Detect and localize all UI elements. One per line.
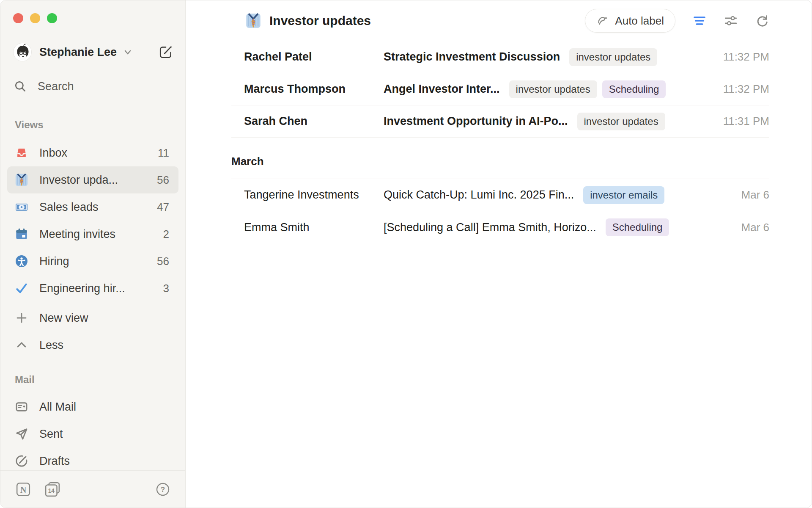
auto-label-wand-icon: [596, 14, 609, 27]
svg-text:N: N: [20, 485, 27, 494]
sidebar-item-label: Drafts: [39, 455, 70, 468]
svg-text:14: 14: [48, 488, 55, 494]
sidebar-item-label: All Mail: [39, 400, 76, 414]
email-sender: Sarah Chen: [244, 115, 384, 128]
email-subject: Investment Opportunity in AI-Po...: [384, 115, 568, 128]
email-time: 11:32 PM: [723, 50, 769, 64]
auto-label-button-label: Auto label: [615, 14, 664, 28]
sidebar-item-label: Sales leads: [39, 201, 99, 214]
email-row[interactable]: Sarah Chen Investment Opportunity in AI-…: [231, 105, 769, 138]
display-settings-sliders-icon[interactable]: [724, 14, 738, 28]
page-title: Investor updates: [269, 14, 371, 28]
chevron-up-icon: [14, 339, 29, 351]
sidebar: Stephanie Lee: [0, 0, 186, 508]
date-group-heading: March: [231, 144, 769, 179]
label-chip: Scheduling: [602, 80, 666, 98]
search-icon: [14, 80, 27, 93]
sidebar-item-count: 11: [158, 146, 169, 160]
app-window: Stephanie Lee: [0, 0, 812, 508]
email-sender: Rachel Patel: [244, 50, 384, 64]
zoom-window-button[interactable]: [47, 13, 57, 23]
auto-label-button[interactable]: Auto label: [585, 9, 675, 33]
less-button[interactable]: Less: [0, 331, 185, 359]
email-time: 11:32 PM: [723, 83, 769, 96]
checkmark-icon: [14, 282, 29, 295]
compose-button[interactable]: [157, 44, 174, 61]
sidebar-item-meeting-invites[interactable]: Meeting invites 2: [0, 221, 185, 248]
email-row[interactable]: Tangerine Investments Quick Catch-Up: Lu…: [231, 179, 769, 211]
views-list: Inbox 11 Investor upda... 56: [0, 139, 185, 359]
search-input[interactable]: Search: [14, 79, 174, 94]
mail-section-label: Mail: [15, 374, 185, 387]
main-panel: Investor updates Auto label: [186, 0, 812, 508]
chevron-down-icon: [123, 47, 133, 57]
account-switcher[interactable]: Stephanie Lee: [13, 42, 174, 62]
email-sender: Tangerine Investments: [244, 188, 384, 202]
sidebar-item-drafts[interactable]: Drafts: [0, 447, 185, 470]
profile-name: Stephanie Lee: [39, 46, 117, 59]
draft-pencil-icon: [14, 454, 29, 468]
sidebar-item-hiring[interactable]: Hiring 56: [0, 248, 185, 275]
new-view-button[interactable]: New view: [0, 304, 185, 331]
calendar-icon: [14, 227, 29, 241]
email-time: Mar 6: [741, 188, 769, 202]
sidebar-item-count: 2: [163, 228, 169, 241]
mail-list: All Mail Sent: [0, 393, 185, 470]
email-row[interactable]: Emma Smith [Scheduling a Call] Emma Smit…: [231, 211, 769, 243]
dollar-banknote-icon: [14, 200, 29, 214]
email-time: Mar 6: [741, 221, 769, 234]
sidebar-item-all-mail[interactable]: All Mail: [0, 393, 185, 420]
sidebar-item-count: 47: [157, 201, 169, 214]
label-chip: investor updates: [509, 80, 597, 98]
email-time: 11:31 PM: [723, 115, 769, 128]
views-section-label: Views: [15, 119, 185, 132]
inbox-tray-icon: [14, 146, 29, 160]
email-subject: Angel Investor Inter...: [384, 83, 500, 96]
sidebar-item-label: Hiring: [39, 255, 69, 268]
accessibility-icon: [14, 254, 29, 268]
sidebar-item-label: Engineering hir...: [39, 282, 125, 295]
email-list: Rachel Patel Strategic Investment Discus…: [186, 41, 812, 243]
sidebar-item-count: 56: [157, 255, 169, 268]
label-chip: Scheduling: [606, 218, 669, 236]
notion-calendar-icon[interactable]: 14: [44, 481, 60, 497]
svg-text:?: ?: [161, 486, 165, 494]
email-sender: Marcus Thompson: [244, 83, 384, 96]
email-subject: [Scheduling a Call] Emma Smith, Horizo..…: [384, 221, 596, 234]
sidebar-item-count: 3: [163, 282, 169, 295]
window-controls: [0, 0, 185, 23]
sidebar-item-investor-updates[interactable]: Investor upda... 56: [7, 166, 178, 193]
necktie-icon: [245, 12, 262, 29]
help-icon[interactable]: ?: [156, 482, 170, 497]
email-row[interactable]: Rachel Patel Strategic Investment Discus…: [231, 41, 769, 73]
view-header: Investor updates Auto label: [186, 0, 812, 41]
sidebar-item-label: Inbox: [39, 146, 67, 160]
necktie-icon: [14, 173, 29, 187]
plus-icon: [14, 312, 29, 324]
sidebar-item-label: Sent: [39, 428, 63, 441]
sidebar-item-sales-leads[interactable]: Sales leads 47: [0, 193, 185, 221]
label-chip: investor updates: [577, 113, 665, 130]
email-subject: Strategic Investment Discussion: [384, 50, 560, 64]
notion-app-icon[interactable]: N: [16, 482, 31, 497]
minimize-window-button[interactable]: [30, 13, 40, 23]
new-view-label: New view: [39, 312, 88, 325]
label-chip: investor emails: [583, 186, 664, 204]
sidebar-item-inbox[interactable]: Inbox 11: [0, 139, 185, 166]
sidebar-item-sent[interactable]: Sent: [0, 420, 185, 447]
search-label: Search: [38, 80, 74, 93]
email-row[interactable]: Marcus Thompson Angel Investor Inter... …: [231, 73, 769, 105]
sidebar-item-label: Investor upda...: [39, 174, 118, 187]
sidebar-item-count: 56: [157, 174, 169, 187]
email-subject: Quick Catch-Up: Lumi Inc. 2025 Fin...: [384, 188, 574, 202]
avatar: [13, 43, 32, 61]
sidebar-item-engineering-hiring[interactable]: Engineering hir... 3: [0, 275, 185, 302]
close-window-button[interactable]: [13, 13, 23, 23]
sidebar-footer: N 14 ?: [0, 470, 185, 508]
email-sender: Emma Smith: [244, 221, 384, 234]
send-icon: [14, 427, 29, 441]
refresh-icon[interactable]: [755, 14, 769, 28]
filter-icon[interactable]: [692, 14, 707, 28]
sidebar-item-label: Meeting invites: [39, 228, 115, 241]
label-chip: investor updates: [569, 48, 657, 66]
